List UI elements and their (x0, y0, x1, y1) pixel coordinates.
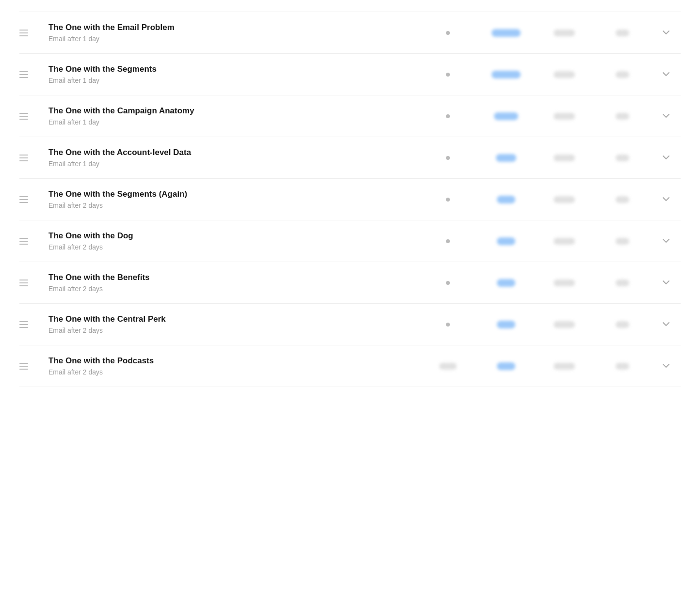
clicked-pill (616, 113, 629, 120)
hamburger-icon (19, 113, 48, 120)
message-subtitle: Email after 1 day (48, 160, 419, 168)
message-title: The One with the Account-level Data (48, 148, 419, 157)
sent-stat (477, 196, 535, 203)
message-subtitle: Email after 1 day (48, 77, 419, 84)
queued-stat (419, 281, 477, 285)
opened-pill (554, 280, 575, 286)
chevron-down-icon (663, 322, 669, 327)
queued-stat (419, 73, 477, 77)
queued-dot (446, 156, 450, 160)
message-info: The One with the Podcasts Email after 2 … (48, 356, 419, 376)
table-row: The One with the Central Perk Email afte… (19, 304, 681, 345)
message-info: The One with the Campaign Anatomy Email … (48, 106, 419, 126)
expand-row-button[interactable] (652, 364, 681, 368)
hamburger-icon (19, 280, 48, 286)
drag-handle[interactable] (19, 363, 48, 370)
opened-pill (554, 363, 575, 370)
expand-row-button[interactable] (652, 322, 681, 327)
opened-pill (554, 321, 575, 328)
chevron-down-icon (663, 364, 669, 368)
clicked-stat (593, 113, 652, 120)
opened-pill (554, 155, 575, 161)
queued-stat (419, 198, 477, 202)
expand-row-button[interactable] (652, 114, 681, 118)
chevron-down-icon (663, 31, 669, 35)
queued-dot (446, 323, 450, 327)
clicked-pill (616, 321, 629, 328)
message-title: The One with the Segments (48, 64, 419, 74)
clicked-stat (593, 155, 652, 161)
clicked-pill (616, 363, 629, 370)
sent-stat (477, 154, 535, 162)
table-row: The One with the Benefits Email after 2 … (19, 262, 681, 304)
clicked-stat (593, 30, 652, 36)
opened-pill (554, 30, 575, 36)
clicked-pill (616, 280, 629, 286)
message-subtitle: Email after 2 days (48, 243, 419, 251)
opened-stat (535, 155, 593, 161)
message-title: The One with the Campaign Anatomy (48, 106, 419, 116)
table-row: The One with the Dog Email after 2 days (19, 220, 681, 262)
queued-dot (446, 114, 450, 118)
drag-handle[interactable] (19, 238, 48, 245)
sent-stat (477, 29, 535, 37)
chevron-down-icon (663, 114, 669, 118)
queued-pill (439, 363, 457, 370)
drag-handle[interactable] (19, 280, 48, 286)
message-info: The One with the Benefits Email after 2 … (48, 273, 419, 293)
clicked-stat (593, 238, 652, 245)
drag-handle[interactable] (19, 321, 48, 328)
chevron-down-icon (663, 280, 669, 285)
clicked-stat (593, 363, 652, 370)
expand-row-button[interactable] (652, 197, 681, 202)
sent-stat (477, 321, 535, 328)
drag-handle[interactable] (19, 30, 48, 36)
table-row: The One with the Podcasts Email after 2 … (19, 345, 681, 387)
drag-handle[interactable] (19, 71, 48, 78)
message-title: The One with the Email Problem (48, 23, 419, 32)
queued-dot (446, 31, 450, 35)
message-info: The One with the Email Problem Email aft… (48, 23, 419, 43)
sent-pill (497, 196, 515, 203)
queued-dot (446, 239, 450, 243)
message-subtitle: Email after 2 days (48, 368, 419, 376)
clicked-stat (593, 71, 652, 78)
expand-row-button[interactable] (652, 72, 681, 77)
drag-handle[interactable] (19, 155, 48, 161)
message-subtitle: Email after 2 days (48, 327, 419, 334)
expand-row-button[interactable] (652, 156, 681, 160)
expand-row-button[interactable] (652, 31, 681, 35)
opened-pill (554, 238, 575, 245)
opened-stat (535, 280, 593, 286)
table-row: The One with the Email Problem Email aft… (19, 12, 681, 54)
clicked-pill (616, 238, 629, 245)
message-subtitle: Email after 2 days (48, 202, 419, 209)
opened-stat (535, 71, 593, 78)
sent-pill (497, 279, 515, 287)
queued-dot (446, 281, 450, 285)
opened-stat (535, 363, 593, 370)
clicked-stat (593, 196, 652, 203)
hamburger-icon (19, 196, 48, 203)
opened-stat (535, 321, 593, 328)
message-info: The One with the Dog Email after 2 days (48, 231, 419, 251)
message-info: The One with the Segments Email after 1 … (48, 64, 419, 84)
drag-handle[interactable] (19, 113, 48, 120)
message-title: The One with the Segments (Again) (48, 189, 419, 199)
hamburger-icon (19, 363, 48, 370)
opened-stat (535, 238, 593, 245)
hamburger-icon (19, 71, 48, 78)
message-title: The One with the Benefits (48, 273, 419, 282)
expand-row-button[interactable] (652, 239, 681, 243)
message-title: The One with the Dog (48, 231, 419, 241)
message-info: The One with the Central Perk Email afte… (48, 314, 419, 334)
hamburger-icon (19, 155, 48, 161)
sent-pill (497, 321, 515, 328)
hamburger-icon (19, 238, 48, 245)
chevron-down-icon (663, 197, 669, 202)
clicked-pill (616, 155, 629, 161)
drag-handle[interactable] (19, 196, 48, 203)
opened-stat (535, 196, 593, 203)
message-subtitle: Email after 1 day (48, 118, 419, 126)
expand-row-button[interactable] (652, 280, 681, 285)
